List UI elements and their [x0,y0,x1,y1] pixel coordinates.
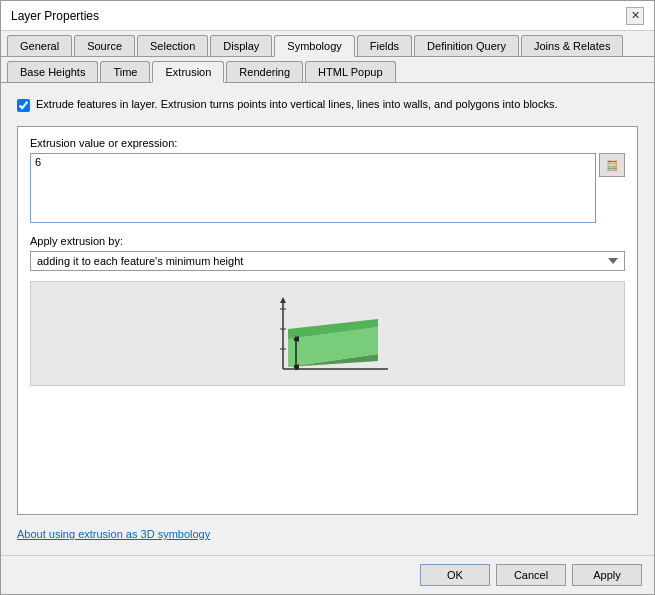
ok-button[interactable]: OK [420,564,490,586]
footer: OK Cancel Apply [1,555,654,594]
tab-extrusion[interactable]: Extrusion [152,61,224,83]
extrude-checkbox-row: Extrude features in layer. Extrusion tur… [17,97,638,112]
tab-fields[interactable]: Fields [357,35,412,56]
tab-rendering[interactable]: Rendering [226,61,303,82]
expression-row: 🧮 [30,153,625,223]
tabs-row1: General Source Selection Display Symbolo… [1,31,654,57]
tab-source[interactable]: Source [74,35,135,56]
tabs-row2: Base Heights Time Extrusion Rendering HT… [1,57,654,83]
close-button[interactable]: ✕ [626,7,644,25]
tab-time[interactable]: Time [100,61,150,82]
apply-extrusion-label: Apply extrusion by: [30,235,625,247]
svg-marker-13 [294,365,298,371]
tab-joins-relates[interactable]: Joins & Relates [521,35,623,56]
tab-html-popup[interactable]: HTML Popup [305,61,395,82]
extrude-label: Extrude features in layer. Extrusion tur… [36,97,558,112]
extrude-checkbox[interactable] [17,99,30,112]
content-area: Extrude features in layer. Extrusion tur… [1,83,654,555]
dialog-title: Layer Properties [11,9,99,23]
extrusion-help-link[interactable]: About using extrusion as 3D symbology [17,528,210,540]
tab-base-heights[interactable]: Base Heights [7,61,98,82]
title-bar: Layer Properties ✕ [1,1,654,31]
tab-general[interactable]: General [7,35,72,56]
extrusion-diagram-svg [258,289,398,379]
extrusion-panel: Extrusion value or expression: 🧮 Apply e… [17,126,638,515]
tab-symbology[interactable]: Symbology [274,35,354,57]
extrusion-value-label: Extrusion value or expression: [30,137,625,149]
layer-properties-dialog: Layer Properties ✕ General Source Select… [0,0,655,595]
extrusion-expression-input[interactable] [30,153,596,223]
expression-builder-button[interactable]: 🧮 [599,153,625,177]
extrusion-diagram [30,281,625,386]
apply-extrusion-dropdown[interactable]: adding it to each feature's minimum heig… [30,251,625,271]
tab-definition-query[interactable]: Definition Query [414,35,519,56]
apply-button[interactable]: Apply [572,564,642,586]
tab-display[interactable]: Display [210,35,272,56]
tab-selection[interactable]: Selection [137,35,208,56]
svg-marker-2 [280,297,286,303]
cancel-button[interactable]: Cancel [496,564,566,586]
link-row: About using extrusion as 3D symbology [17,527,638,541]
calculator-icon: 🧮 [606,160,618,171]
